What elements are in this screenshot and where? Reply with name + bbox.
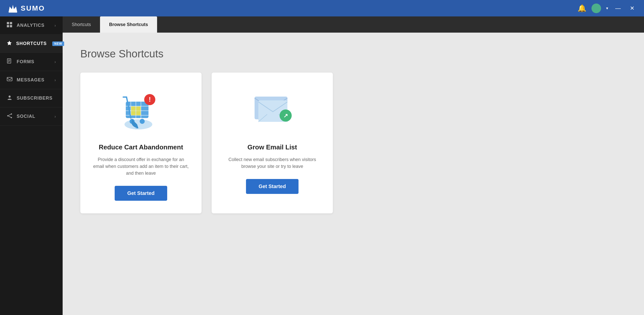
- sidebar-label-social: SOCIAL: [17, 114, 35, 119]
- svg-rect-5: [10, 25, 12, 27]
- svg-rect-28: [136, 111, 141, 115]
- topbar-right: 🔔 ▾ — ✕: [578, 4, 636, 13]
- sidebar-item-shortcuts[interactable]: SHORTCUTS NEW: [0, 35, 63, 53]
- card-icon-area-email: ↗: [247, 85, 298, 136]
- svg-rect-8: [8, 61, 10, 61]
- sidebar-item-forms[interactable]: FORMS ›: [0, 53, 63, 71]
- tab-bar: Shortcuts Browse Shortcuts: [63, 16, 644, 33]
- card-desc-cart: Provide a discount offer in exchange for…: [93, 156, 189, 177]
- sidebar-label-subscribers: SUBSCRIBERS: [17, 96, 53, 101]
- avatar[interactable]: [591, 4, 601, 13]
- sidebar-item-analytics[interactable]: ANALYTICS ›: [0, 16, 63, 35]
- chevron-right-icon: ›: [55, 114, 56, 119]
- sidebar-label-shortcuts: SHORTCUTS: [16, 41, 47, 46]
- get-started-button-cart[interactable]: Get Started: [115, 186, 167, 201]
- svg-rect-1: [9, 11, 17, 12]
- card-icon-area-cart: !: [116, 85, 166, 136]
- sidebar-label-messages: MESSAGES: [17, 77, 44, 83]
- svg-rect-3: [10, 22, 12, 24]
- grid-icon: [7, 22, 13, 29]
- sidebar: ANALYTICS › SHORTCUTS NEW FORMS: [0, 16, 63, 315]
- chevron-right-icon: ›: [55, 23, 56, 28]
- svg-rect-25: [131, 106, 136, 111]
- tab-browse-shortcuts[interactable]: Browse Shortcuts: [100, 16, 157, 33]
- cards-container: ! Reduce Cart Abandonment Provide a disc…: [80, 73, 626, 213]
- svg-rect-27: [131, 111, 136, 115]
- tab-shortcuts[interactable]: Shortcuts: [63, 16, 100, 33]
- sidebar-item-social[interactable]: SOCIAL ›: [0, 107, 63, 126]
- topbar: SUMO 🔔 ▾ — ✕: [0, 0, 644, 16]
- svg-marker-0: [9, 5, 17, 12]
- svg-text:!: !: [149, 96, 151, 103]
- logo: SUMO: [8, 3, 45, 14]
- svg-text:↗: ↗: [283, 112, 288, 119]
- grow-email-icon: ↗: [248, 86, 296, 134]
- card-desc-email: Collect new email subscribers when visit…: [224, 156, 320, 170]
- logo-text: SUMO: [21, 4, 45, 12]
- forms-icon: [7, 58, 13, 65]
- svg-point-30: [140, 119, 145, 124]
- card-title-email: Grow Email List: [247, 143, 297, 151]
- trophy-icon: [7, 40, 12, 47]
- svg-point-17: [125, 119, 152, 129]
- chevron-right-icon: ›: [55, 78, 56, 82]
- card-title-cart: Reduce Cart Abandonment: [99, 143, 183, 151]
- svg-point-11: [9, 96, 11, 98]
- svg-rect-10: [7, 77, 12, 81]
- share-icon: [7, 113, 13, 120]
- crown-icon: [8, 3, 18, 14]
- svg-rect-7: [8, 60, 10, 60]
- sidebar-label-forms: FORMS: [17, 59, 34, 64]
- card-reduce-cart: ! Reduce Cart Abandonment Provide a disc…: [80, 73, 202, 213]
- card-grow-email: ↗ Grow Email List Collect new email subs…: [212, 73, 333, 213]
- get-started-button-email[interactable]: Get Started: [246, 179, 299, 194]
- sidebar-item-subscribers[interactable]: SUBSCRIBERS: [0, 89, 63, 107]
- svg-rect-9: [8, 62, 9, 62]
- svg-rect-4: [7, 25, 9, 27]
- sidebar-item-messages[interactable]: MESSAGES ›: [0, 71, 63, 89]
- notification-bell-icon[interactable]: 🔔: [578, 4, 586, 12]
- sidebar-label-analytics: ANALYTICS: [17, 23, 44, 28]
- chevron-right-icon: ›: [55, 60, 56, 64]
- svg-rect-26: [136, 106, 141, 111]
- svg-point-13: [7, 115, 9, 117]
- svg-point-14: [11, 117, 12, 118]
- svg-line-16: [8, 116, 11, 117]
- svg-line-15: [8, 114, 11, 116]
- page-content: Browse Shortcuts: [63, 33, 644, 315]
- messages-icon: [7, 77, 13, 83]
- svg-rect-2: [7, 22, 9, 24]
- new-badge: NEW: [52, 41, 64, 46]
- page-title: Browse Shortcuts: [80, 48, 626, 60]
- close-button[interactable]: ✕: [628, 4, 636, 13]
- cart-abandonment-icon: !: [117, 86, 165, 134]
- person-icon: [7, 95, 13, 102]
- svg-point-12: [11, 114, 12, 115]
- minimize-button[interactable]: —: [613, 4, 623, 13]
- content-area: Shortcuts Browse Shortcuts Browse Shortc…: [63, 16, 644, 315]
- main-layout: ANALYTICS › SHORTCUTS NEW FORMS: [0, 16, 644, 315]
- chevron-down-icon[interactable]: ▾: [606, 6, 608, 11]
